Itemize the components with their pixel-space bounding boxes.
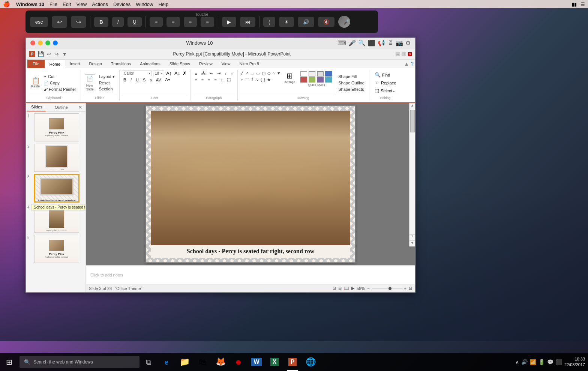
tb-siri[interactable]: 🎤 bbox=[338, 16, 350, 28]
ppt-tab-slideshow[interactable]: Slide Show bbox=[165, 60, 195, 68]
current-slide[interactable]: School days - Percy is seated far right,… bbox=[146, 105, 356, 263]
shape-effects-btn[interactable]: Shape Effects bbox=[337, 87, 366, 92]
start-button[interactable]: ⊞ bbox=[0, 353, 18, 371]
replace-btn[interactable]: ↔ Replace bbox=[373, 79, 398, 86]
notes-area[interactable]: Click to add notes bbox=[86, 265, 415, 284]
shape-rect[interactable]: ▭ bbox=[250, 71, 255, 76]
find-btn[interactable]: 🔍 Find bbox=[373, 71, 398, 78]
outline-tab[interactable]: Outline bbox=[51, 104, 72, 111]
font-color-btn[interactable]: A▾ bbox=[164, 77, 172, 83]
shape-freeform[interactable]: ⤴ bbox=[250, 77, 254, 83]
mac-menu-file[interactable]: File bbox=[50, 2, 57, 7]
tb-underline[interactable]: U bbox=[128, 17, 141, 27]
shape-round[interactable]: ▢ bbox=[261, 71, 266, 76]
bold-btn[interactable]: B bbox=[122, 77, 128, 83]
taskbar-edge[interactable]: e bbox=[158, 353, 176, 371]
copy-btn[interactable]: 📄 Copy bbox=[42, 80, 78, 86]
task-view-btn[interactable]: ⧉ bbox=[140, 353, 158, 371]
tb-align2[interactable]: ≡ bbox=[166, 17, 180, 27]
tray-expand[interactable]: ∧ bbox=[515, 359, 519, 365]
scroll-up-btn[interactable]: ▲ bbox=[410, 103, 415, 109]
taskbar-word[interactable]: W bbox=[248, 353, 266, 371]
tb-align1[interactable]: ≡ bbox=[150, 17, 163, 27]
shape-dropdown-btn[interactable]: ▼ bbox=[276, 71, 282, 76]
ppt-qa-dropdown[interactable]: ▼ bbox=[61, 50, 68, 58]
format-painter-btn[interactable]: 🖌 Format Painter bbox=[42, 87, 78, 92]
ppt-tab-home[interactable]: Home bbox=[45, 60, 65, 68]
shape-outline-btn[interactable]: Shape Outline bbox=[337, 80, 366, 86]
mac-menu-devices[interactable]: Devices bbox=[113, 2, 130, 7]
qs-5[interactable] bbox=[300, 77, 307, 83]
slide-item-2[interactable]: 2 · · · · · · · · · · 1889 bbox=[27, 144, 84, 172]
mac-menu-view[interactable]: View bbox=[76, 2, 87, 7]
shape-curve[interactable]: ⌒ bbox=[244, 77, 250, 83]
ppt-close-btn[interactable]: ✕ bbox=[408, 52, 412, 56]
vm-close-btn[interactable] bbox=[30, 41, 35, 45]
qs-2[interactable] bbox=[309, 71, 315, 77]
tb-undo[interactable]: ↩ bbox=[52, 16, 67, 28]
ppt-minimize-btn[interactable]: ─ bbox=[396, 52, 400, 56]
font-size-dropdown[interactable]: 18 bbox=[153, 71, 164, 76]
shape-arrow[interactable]: ↗ bbox=[244, 71, 249, 76]
ppt-tab-animations[interactable]: Animations bbox=[135, 60, 165, 68]
ppt-help-btn[interactable]: ? bbox=[411, 61, 414, 67]
slide-item-5[interactable]: 5 Percy Pink A photographic memoir bbox=[27, 235, 84, 263]
tb-italic[interactable]: I bbox=[112, 17, 124, 27]
qs-8[interactable] bbox=[325, 77, 332, 83]
mac-menu-window[interactable]: Window bbox=[136, 2, 153, 7]
taskbar-store[interactable]: 🛍 bbox=[194, 353, 212, 371]
shape-elbow[interactable]: ⌐ bbox=[240, 77, 244, 83]
tb-redo[interactable]: ↪ bbox=[71, 16, 86, 28]
tb-volume-mute[interactable]: 🔇 bbox=[318, 17, 334, 27]
mac-menu-help[interactable]: Help bbox=[158, 2, 168, 7]
tray-network[interactable]: 📶 bbox=[530, 359, 536, 365]
underline-btn[interactable]: U bbox=[134, 77, 140, 83]
tray-battery[interactable]: 🔋 bbox=[538, 359, 545, 365]
tray-volume[interactable]: 🔊 bbox=[521, 359, 528, 365]
bullet-list-btn[interactable]: ≡ bbox=[193, 71, 198, 76]
tb-esc[interactable]: esc bbox=[30, 17, 48, 27]
qs-1[interactable] bbox=[300, 71, 307, 77]
slide-item-1[interactable]: 1 Percy Pink A photographic memoir bbox=[27, 113, 84, 141]
ppt-save-btn[interactable]: 💾 bbox=[37, 50, 45, 58]
tray-msg[interactable]: 💬 bbox=[547, 359, 554, 365]
apple-logo[interactable]: 🍎 bbox=[3, 1, 10, 8]
clear-format-btn[interactable]: ✗ bbox=[182, 71, 188, 76]
shape-star[interactable]: ★ bbox=[266, 77, 272, 83]
taskbar-firefox[interactable]: 🦊 bbox=[212, 353, 230, 371]
tb-align4[interactable]: ≡ bbox=[201, 17, 214, 27]
taskbar-clock[interactable]: 10:33 22/08/2017 bbox=[564, 356, 585, 368]
shadow-btn[interactable]: s bbox=[148, 77, 153, 83]
scroll-thumb[interactable] bbox=[410, 110, 415, 132]
vm-minimize-btn[interactable] bbox=[38, 41, 43, 45]
ppt-restore-btn[interactable]: □ bbox=[402, 52, 406, 56]
mac-menu-actions[interactable]: Actions bbox=[92, 2, 108, 7]
view-normal-btn[interactable]: ⊡ bbox=[333, 286, 336, 291]
tb-bold[interactable]: B bbox=[94, 17, 108, 27]
zoom-slider[interactable] bbox=[372, 288, 402, 289]
section-btn[interactable]: Section bbox=[98, 86, 116, 92]
qs-7[interactable] bbox=[317, 77, 324, 83]
ppt-tab-file[interactable]: File bbox=[27, 60, 45, 68]
tb-play[interactable]: ▶ bbox=[222, 17, 236, 27]
scroll-down-btn[interactable]: ▼ bbox=[410, 240, 415, 246]
column-btn[interactable]: ⫾ bbox=[223, 71, 228, 76]
italic-btn[interactable]: I bbox=[129, 77, 133, 83]
mac-menu-edit[interactable]: Edit bbox=[63, 2, 71, 7]
shape-line[interactable]: ╱ bbox=[240, 71, 244, 76]
qs-4[interactable] bbox=[325, 71, 332, 77]
qs-6[interactable] bbox=[309, 77, 315, 83]
fit-window-btn[interactable]: ⊡ bbox=[409, 286, 412, 291]
tray-action-center[interactable]: ⬛ bbox=[556, 359, 562, 365]
ppt-tab-design[interactable]: Design bbox=[85, 60, 106, 68]
align-center-btn[interactable]: ≡ bbox=[200, 77, 205, 83]
ppt-help-collapse[interactable]: ▲ bbox=[404, 61, 409, 67]
zoom-in-btn[interactable]: + bbox=[411, 234, 413, 238]
font-decrease-btn[interactable]: A↓ bbox=[174, 71, 181, 76]
line-spacing-btn[interactable]: ↕ bbox=[219, 77, 225, 83]
font-name-dropdown[interactable]: Calibri bbox=[122, 71, 152, 76]
align-left-btn[interactable]: ≡ bbox=[193, 77, 198, 83]
paste-btn[interactable]: 📋 Paste bbox=[30, 77, 41, 89]
ppt-undo-btn[interactable]: ↩ bbox=[46, 50, 52, 58]
slide-panel-close[interactable]: ✕ bbox=[76, 104, 84, 111]
